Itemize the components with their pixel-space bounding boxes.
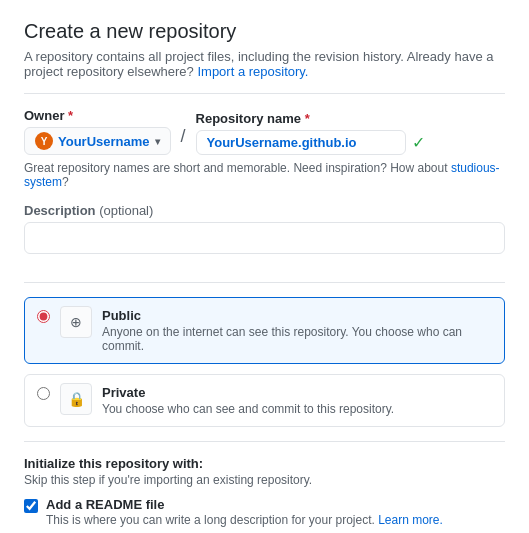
readme-title: Add a README file <box>46 497 505 512</box>
desc-label: Description (optional) <box>24 203 505 218</box>
owner-label: Owner * <box>24 108 171 123</box>
repo-name-row: ✓ <box>196 130 425 155</box>
readme-content: Add a README file This is where you can … <box>46 497 505 527</box>
owner-field-group: Owner * Y YourUsername ▾ <box>24 108 171 155</box>
separator: / <box>181 126 186 149</box>
public-title: Public <box>102 308 492 323</box>
page-subtitle: A repository contains all project files,… <box>24 49 505 79</box>
readme-checkbox[interactable] <box>24 499 38 513</box>
divider-2 <box>24 282 505 283</box>
init-title: Initialize this repository with: <box>24 456 505 471</box>
globe-icon: ⊕ <box>70 314 82 330</box>
import-link[interactable]: Import a repository. <box>197 64 308 79</box>
owner-value: YourUsername <box>58 134 150 149</box>
chevron-down-icon: ▾ <box>155 136 160 147</box>
description-input[interactable] <box>24 222 505 254</box>
public-option[interactable]: ⊕ Public Anyone on the internet can see … <box>24 297 505 364</box>
private-title: Private <box>102 385 492 400</box>
globe-icon-box: ⊕ <box>60 306 92 338</box>
checkmark-icon: ✓ <box>412 133 425 152</box>
private-desc: You choose who can see and commit to thi… <box>102 402 492 416</box>
repo-name-field-group: Repository name * ✓ <box>196 111 425 155</box>
private-option[interactable]: 🔒 Private You choose who can see and com… <box>24 374 505 427</box>
owner-repo-row: Owner * Y YourUsername ▾ / Repository na… <box>24 108 505 155</box>
repo-name-label: Repository name * <box>196 111 425 126</box>
readme-option: Add a README file This is where you can … <box>24 497 505 527</box>
checkbox-group: Add a README file This is where you can … <box>24 497 505 533</box>
lock-icon-box: 🔒 <box>60 383 92 415</box>
readme-learn-more[interactable]: Learn more. <box>378 513 443 527</box>
repo-name-input[interactable] <box>196 130 406 155</box>
public-radio[interactable] <box>37 310 50 323</box>
divider <box>24 93 505 94</box>
init-subtitle: Skip this step if you're importing an ex… <box>24 473 505 487</box>
private-radio[interactable] <box>37 387 50 400</box>
desc-field-group: Description (optional) <box>24 203 505 268</box>
owner-avatar: Y <box>35 132 53 150</box>
lock-icon: 🔒 <box>68 391 85 407</box>
public-desc: Anyone on the internet can see this repo… <box>102 325 492 353</box>
suggestion-text: Great repository names are short and mem… <box>24 161 505 189</box>
private-content: Private You choose who can see and commi… <box>102 385 492 416</box>
visibility-radio-group: ⊕ Public Anyone on the internet can see … <box>24 297 505 427</box>
divider-3 <box>24 441 505 442</box>
readme-desc: This is where you can write a long descr… <box>46 513 505 527</box>
owner-dropdown[interactable]: Y YourUsername ▾ <box>24 127 171 155</box>
public-content: Public Anyone on the internet can see th… <box>102 308 492 353</box>
page-title: Create a new repository <box>24 20 505 43</box>
